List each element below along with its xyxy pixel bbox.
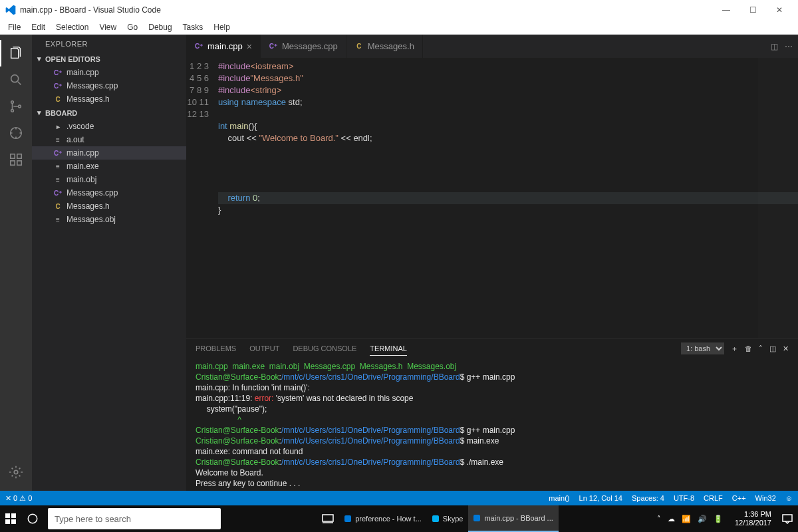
panel-close-icon[interactable]: ✕ — [783, 344, 789, 353]
taskbar-app[interactable]: main.cpp - BBoard ... — [468, 505, 558, 532]
svg-point-0 — [11, 75, 19, 82]
notifications-icon[interactable] — [777, 505, 798, 532]
panel-maximize-icon[interactable]: ◫ — [769, 344, 776, 353]
split-editor-icon[interactable]: ◫ — [771, 42, 778, 51]
status-item[interactable]: Win32 — [755, 494, 776, 502]
svg-rect-7 — [11, 161, 15, 165]
taskbar-clock[interactable]: 1:36 PM 12/18/2017 — [730, 510, 777, 527]
tray-volume-icon[interactable]: 🔊 — [698, 515, 707, 523]
status-item[interactable]: C++ — [732, 494, 746, 502]
open-editor-item[interactable]: CMessages.h — [32, 92, 186, 106]
status-problems[interactable]: ✕ 0 ⚠ 0 — [5, 494, 32, 503]
svg-rect-16 — [783, 515, 792, 521]
activity-settings[interactable] — [0, 459, 32, 485]
editor-tab[interactable]: C⁺Messages.cpp — [261, 35, 346, 58]
activity-extensions[interactable] — [0, 146, 32, 173]
panel-tabs: PROBLEMSOUTPUTDEBUG CONSOLETERMINAL1: ba… — [186, 338, 798, 358]
menu-tasks[interactable]: Tasks — [178, 21, 209, 33]
panel-up-icon[interactable]: ˄ — [759, 344, 763, 353]
sidebar-title: EXPLORER — [32, 35, 186, 52]
window-title: main.cpp - BBoard - Visual Studio Code — [20, 5, 161, 15]
status-item[interactable]: CRLF — [704, 494, 723, 502]
file-item[interactable]: ≡a.out — [32, 133, 186, 146]
terminal-shell-select[interactable]: 1: bash — [681, 342, 724, 354]
svg-point-14 — [28, 514, 37, 523]
new-terminal-icon[interactable]: ＋ — [731, 344, 738, 354]
activity-search[interactable] — [0, 66, 32, 93]
svg-rect-6 — [17, 154, 21, 158]
menu-file[interactable]: File — [3, 21, 26, 33]
more-actions-icon[interactable]: ⋯ — [785, 42, 793, 51]
editor-tab[interactable]: CMessages.h — [346, 35, 423, 58]
svg-point-3 — [19, 105, 21, 108]
menu-view[interactable]: View — [94, 21, 122, 33]
editor-tab[interactable]: C⁺main.cpp× — [186, 35, 261, 58]
kill-terminal-icon[interactable]: 🗑 — [745, 344, 752, 352]
cortana-icon[interactable] — [21, 505, 44, 532]
file-item[interactable]: CMessages.h — [32, 200, 186, 213]
minimap[interactable] — [758, 58, 798, 338]
panel-tab-terminal[interactable]: TERMINAL — [370, 342, 407, 356]
code-content[interactable]: #include<iostream> #include"Messages.h" … — [218, 58, 798, 338]
menu-help[interactable]: Help — [208, 21, 235, 33]
window-close-button[interactable]: ✕ — [766, 5, 793, 15]
svg-rect-8 — [17, 161, 21, 165]
status-item[interactable]: Ln 12, Col 14 — [579, 494, 622, 502]
file-item[interactable]: C⁺Messages.cpp — [32, 186, 186, 200]
menu-go[interactable]: Go — [122, 21, 143, 33]
tray-wifi-icon[interactable]: 📶 — [682, 515, 691, 523]
window-titlebar: main.cpp - BBoard - Visual Studio Code —… — [0, 0, 798, 20]
project-header[interactable]: ▾BBOARD — [32, 106, 186, 120]
explorer-sidebar: EXPLORER ▾OPEN EDITORS C⁺main.cppC⁺Messa… — [32, 35, 186, 491]
taskbar-app[interactable]: Skype — [427, 505, 469, 532]
status-item[interactable]: UTF-8 — [674, 494, 694, 502]
panel-tab-output[interactable]: OUTPUT — [249, 342, 279, 355]
taskbar-app[interactable]: preference - How t... — [339, 505, 427, 532]
open-editor-item[interactable]: C⁺main.cpp — [32, 66, 186, 79]
panel-tab-debug-console[interactable]: DEBUG CONSOLE — [293, 342, 356, 355]
menu-bar: FileEditSelectionViewGoDebugTasksHelp — [0, 20, 798, 35]
activity-explorer[interactable] — [0, 40, 32, 66]
tray-battery-icon[interactable]: 🔋 — [714, 515, 723, 523]
status-item[interactable]: Spaces: 4 — [632, 494, 664, 502]
file-item[interactable]: ≡main.obj — [32, 173, 186, 186]
code-editor[interactable]: 1 2 3 4 5 6 7 8 9 10 11 12 13 #include<i… — [186, 58, 798, 338]
status-item[interactable]: ☺ — [785, 494, 793, 502]
start-button[interactable] — [0, 505, 21, 532]
line-gutter: 1 2 3 4 5 6 7 8 9 10 11 12 13 — [186, 58, 218, 338]
status-item[interactable]: main() — [549, 494, 569, 502]
svg-point-2 — [11, 110, 14, 112]
svg-rect-12 — [5, 519, 10, 524]
panel-tab-problems[interactable]: PROBLEMS — [196, 342, 236, 355]
vscode-logo-icon — [5, 5, 16, 15]
taskbar-search[interactable]: Type here to search — [48, 508, 221, 529]
file-item[interactable]: C⁺main.cpp — [32, 146, 186, 160]
svg-point-1 — [11, 101, 14, 104]
task-view-icon[interactable] — [317, 505, 339, 532]
svg-point-9 — [14, 470, 18, 474]
svg-rect-13 — [11, 519, 16, 524]
activity-git[interactable] — [0, 93, 32, 120]
window-minimize-button[interactable]: — — [713, 5, 739, 15]
file-item[interactable]: ≡Messages.obj — [32, 213, 186, 226]
svg-rect-15 — [323, 515, 333, 521]
activity-debug[interactable] — [0, 120, 32, 146]
editor-tabs: C⁺main.cpp×C⁺Messages.cppCMessages.h◫⋯ — [186, 35, 798, 58]
terminal-output[interactable]: main.cpp main.exe main.obj Messages.cpp … — [186, 358, 798, 491]
system-tray[interactable]: ˄ ☁ 📶 🔊 🔋 — [650, 515, 730, 523]
tab-close-icon[interactable]: × — [247, 41, 252, 52]
window-maximize-button[interactable]: ☐ — [739, 5, 766, 15]
menu-selection[interactable]: Selection — [51, 21, 94, 33]
bottom-panel: PROBLEMSOUTPUTDEBUG CONSOLETERMINAL1: ba… — [186, 338, 798, 491]
open-editor-item[interactable]: C⁺Messages.cpp — [32, 79, 186, 92]
tray-chevron-icon[interactable]: ˄ — [657, 515, 661, 523]
file-item[interactable]: ≡main.exe — [32, 160, 186, 173]
tray-onedrive-icon[interactable]: ☁ — [668, 515, 675, 523]
menu-edit[interactable]: Edit — [26, 21, 51, 33]
file-item[interactable]: ▸.vscode — [32, 120, 186, 133]
open-editors-header[interactable]: ▾OPEN EDITORS — [32, 52, 186, 66]
menu-debug[interactable]: Debug — [143, 21, 177, 33]
svg-rect-5 — [11, 154, 15, 158]
svg-rect-10 — [5, 513, 10, 518]
svg-rect-11 — [11, 513, 16, 518]
